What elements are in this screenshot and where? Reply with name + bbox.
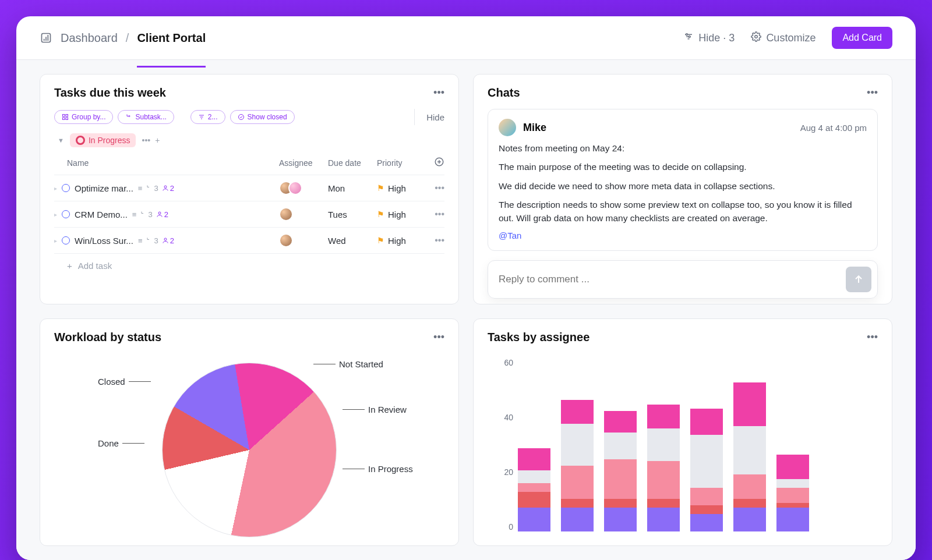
y-tick: 20	[504, 467, 513, 477]
bar-segment	[561, 400, 594, 424]
breadcrumb-current[interactable]: Client Portal	[137, 31, 206, 56]
subtask-pill-label: Subtask...	[135, 113, 166, 121]
bar-segment	[647, 508, 680, 531]
bar-segment	[776, 508, 809, 531]
group-more-icon[interactable]: •••	[142, 136, 150, 145]
hide-toggle-label: Hide · 3	[698, 32, 735, 44]
row-more-icon[interactable]: •••	[435, 183, 444, 193]
chat-message: Mike Aug 4 at 4:00 pm Notes from meeting…	[488, 109, 878, 251]
bar-segment	[733, 426, 766, 474]
assignee-card-title: Tasks by assignee	[488, 331, 589, 344]
chat-line: We did decide we need to show more meta …	[499, 180, 867, 193]
svg-point-13	[164, 238, 167, 240]
chats-card: Chats ••• Mike Aug 4 at 4:00 pm Notes fr…	[473, 74, 892, 304]
breadcrumb-root[interactable]: Dashboard	[61, 31, 118, 45]
due-date-cell: Mon	[328, 183, 377, 193]
group-add-icon[interactable]: +	[155, 136, 160, 145]
task-hide-link[interactable]: Hide	[426, 112, 444, 122]
assignee-card-more[interactable]: •••	[867, 331, 878, 343]
gear-icon	[751, 31, 761, 45]
breadcrumb-sep: /	[126, 31, 129, 45]
chat-timestamp: Aug 4 at 4:00 pm	[800, 123, 867, 133]
bar-segment	[561, 499, 594, 508]
breadcrumb: Dashboard / Client Portal	[40, 31, 206, 45]
customize-button[interactable]: Customize	[751, 31, 816, 45]
assignee-cell[interactable]	[279, 233, 328, 247]
add-column-button[interactable]	[434, 157, 444, 169]
chat-line: The description needs to show some previ…	[499, 199, 867, 225]
bar-segment	[604, 459, 637, 499]
bar	[647, 380, 680, 531]
bar-segment	[733, 499, 766, 508]
chats-card-title: Chats	[488, 86, 520, 100]
bar	[518, 380, 550, 531]
chat-mention[interactable]: @Tan	[499, 231, 521, 240]
chevron-right-icon[interactable]: ▸	[54, 185, 57, 192]
col-due: Due date	[328, 158, 377, 168]
bar-segment	[518, 508, 550, 531]
show-closed-pill[interactable]: Show closed	[230, 110, 295, 124]
table-row[interactable]: ▸Optimize mar...≡32Mon⚑High•••	[54, 175, 444, 201]
reply-send-button[interactable]	[846, 267, 871, 292]
status-circle-icon[interactable]	[62, 210, 70, 218]
hide-toggle[interactable]: Hide · 3	[683, 31, 735, 45]
col-assignee: Assignee	[279, 158, 328, 168]
table-row[interactable]: ▸CRM Demo...≡32Tues⚑High•••	[54, 201, 444, 228]
add-task-button[interactable]: + Add task	[54, 254, 444, 271]
chevron-down-icon[interactable]: ▼	[58, 137, 64, 144]
tasks-card-more[interactable]: •••	[433, 87, 444, 99]
task-table: Name Assignee Due date Priority ▸Optimiz…	[54, 151, 444, 271]
workload-card-more[interactable]: •••	[433, 331, 444, 343]
bar-segment	[733, 474, 766, 498]
group-badge-label: In Progress	[89, 136, 130, 145]
bar-segment	[518, 492, 550, 507]
dashboard-icon	[40, 31, 52, 44]
list-icon: ≡	[138, 184, 143, 193]
table-row[interactable]: ▸Win/Loss Sur...≡32Wed⚑High•••	[54, 228, 444, 254]
y-tick: 0	[509, 522, 513, 531]
pie-label: Not Started	[313, 359, 383, 369]
bar-segment	[690, 409, 723, 435]
group-badge[interactable]: In Progress	[70, 133, 136, 147]
subtask-pill[interactable]: Subtask...	[118, 110, 174, 124]
assignee-cell[interactable]	[279, 207, 328, 221]
topbar: Dashboard / Client Portal Hide · 3 Custo…	[16, 16, 916, 60]
row-more-icon[interactable]: •••	[435, 209, 444, 219]
due-date-cell: Wed	[328, 236, 377, 246]
priority-label: High	[388, 210, 406, 219]
filter-icon	[683, 31, 694, 45]
bar-segment	[647, 499, 680, 508]
chats-card-more[interactable]: •••	[867, 87, 878, 99]
bar	[604, 380, 637, 531]
bar-segment	[561, 424, 594, 466]
filter-count-pill[interactable]: 2...	[190, 110, 225, 124]
chevron-right-icon[interactable]: ▸	[54, 211, 57, 218]
task-name: Win/Loss Sur...	[75, 236, 133, 246]
list-icon: ≡	[138, 236, 143, 245]
add-card-button[interactable]: Add Card	[832, 27, 892, 49]
topbar-actions: Hide · 3 Customize Add Card	[683, 27, 892, 49]
status-circle-icon[interactable]	[62, 236, 70, 244]
reply-box	[488, 260, 878, 299]
bar-segment	[604, 499, 637, 508]
assignee-cell[interactable]	[279, 181, 328, 195]
status-circle-icon[interactable]	[62, 184, 70, 192]
bar-segment	[776, 488, 809, 503]
assignee-card: Tasks by assignee ••• 6040200	[473, 318, 892, 546]
customize-label: Customize	[766, 32, 816, 44]
bar-segment	[604, 508, 637, 531]
bar-segment	[561, 466, 594, 499]
tasks-card-title: Tasks due this week	[54, 86, 166, 100]
chevron-right-icon[interactable]: ▸	[54, 238, 57, 244]
bar-segment	[647, 428, 680, 462]
bar	[733, 380, 766, 531]
bar-segment	[776, 503, 809, 508]
add-task-label: Add task	[78, 261, 112, 271]
assignee-bar-chart: 6040200	[488, 358, 878, 534]
svg-point-11	[164, 186, 167, 188]
bar-segment	[733, 382, 766, 426]
row-more-icon[interactable]: •••	[435, 235, 444, 246]
reply-input[interactable]	[499, 274, 846, 285]
subtask-count: 3	[146, 236, 158, 245]
groupby-pill[interactable]: Group by...	[54, 110, 113, 124]
